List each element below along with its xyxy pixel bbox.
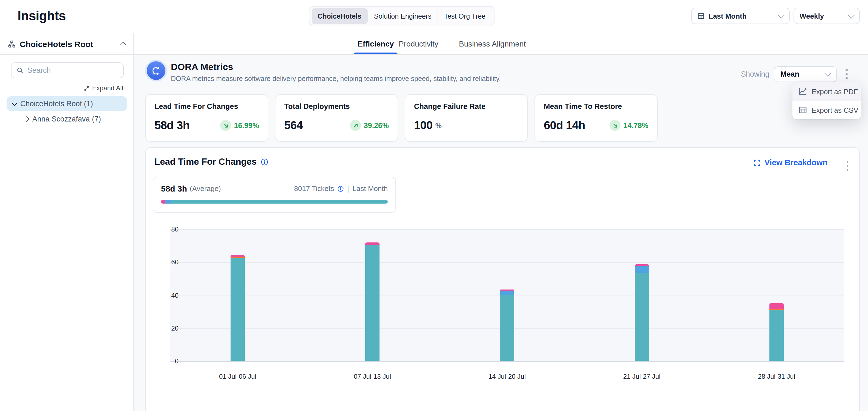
expand-all-label: Expand All xyxy=(92,84,123,92)
dora-cycle-icon xyxy=(145,60,167,81)
bar-14-jul-20-jul[interactable] xyxy=(500,290,514,361)
org-tab-solution-engineers[interactable]: Solution Engineers xyxy=(368,8,438,24)
y-axis-tick: 20 xyxy=(157,324,179,332)
showing-label: Showing xyxy=(741,70,769,78)
x-axis-label: 28 Jul-31 Jul xyxy=(758,373,795,380)
org-switcher: ChoiceHotels Solution Engineers Test Org… xyxy=(309,6,494,26)
bar-segment-deployment xyxy=(230,258,245,361)
progress-segment-planning xyxy=(161,200,166,204)
date-range-dropdown[interactable]: Last Month xyxy=(691,8,790,24)
bar-21-jul-27-jul[interactable] xyxy=(635,264,649,361)
sidebar-header[interactable]: ChoiceHotels Root xyxy=(0,33,133,55)
metric-title: Change Failure Rate xyxy=(414,102,519,110)
chart-title: Lead Time For Changes xyxy=(154,157,257,167)
gridline xyxy=(170,229,844,230)
bar-segment-planning xyxy=(769,303,784,309)
export-menu: Export as PDF Export as CSV xyxy=(793,82,861,119)
gridline xyxy=(170,263,844,263)
sidebar-title: ChoiceHotels Root xyxy=(20,39,117,48)
trend-up-icon xyxy=(350,120,361,131)
y-axis-tick: 40 xyxy=(157,292,179,299)
page-title: Insights xyxy=(18,8,66,24)
info-icon[interactable] xyxy=(337,185,344,192)
chevron-down-icon xyxy=(778,11,784,18)
metric-value: 58d 3h xyxy=(154,119,189,132)
bar-28-jul-31-jul[interactable] xyxy=(769,303,784,361)
metric-card-change-failure-rate: Change Failure Rate 100 % xyxy=(405,94,528,142)
bar-segment-deployment xyxy=(500,295,514,361)
view-breakdown-button[interactable]: View Breakdown xyxy=(753,158,828,167)
top-bar: Insights ChoiceHotels Solution Engineers… xyxy=(0,0,868,33)
summary-period: Last Month xyxy=(352,184,388,193)
trend-value: 16.99% xyxy=(234,121,259,130)
search-icon xyxy=(17,67,24,74)
menu-item-export-pdf[interactable]: Export as PDF xyxy=(793,82,861,101)
progress-segment-review xyxy=(166,200,172,204)
search-input[interactable] xyxy=(27,66,118,74)
bar-segment-review xyxy=(635,266,649,273)
tab-business-alignment[interactable]: Business Alignment xyxy=(459,33,526,54)
chart-export-icon xyxy=(799,87,807,96)
expand-all-button[interactable]: Expand All xyxy=(84,84,123,92)
menu-item-label: Export as CSV xyxy=(812,106,859,114)
axis-line xyxy=(170,361,844,362)
calendar-icon xyxy=(697,12,705,20)
bar-01-jul-06-jul[interactable] xyxy=(230,255,245,361)
metric-value: 60d 14h xyxy=(544,119,585,132)
chart-summary-card: 58d 3h (Average) 8017 Tickets | Last Mon… xyxy=(153,177,396,213)
org-tab-test-org-tree[interactable]: Test Org Tree xyxy=(438,8,492,24)
tab-efficiency[interactable]: Efficiency xyxy=(358,33,394,54)
bar-segment-planning xyxy=(365,243,379,245)
aggregation-dropdown[interactable]: Mean xyxy=(774,66,837,82)
x-axis-label: 21 Jul-27 Jul xyxy=(623,373,660,380)
progress-segment-deployment xyxy=(171,200,388,204)
aggregation-value: Mean xyxy=(780,70,825,78)
metric-title: Total Deployments xyxy=(284,102,389,110)
granularity-value: Weekly xyxy=(800,12,824,20)
plot-area xyxy=(170,229,844,361)
date-range-value: Last Month xyxy=(709,12,747,20)
tree-item-label: ChoiceHotels Root (1) xyxy=(20,100,93,108)
chevron-down-icon xyxy=(824,69,831,76)
trend-value: 39.26% xyxy=(364,121,389,130)
bar-segment-planning xyxy=(635,264,649,266)
tree-item-anna-scozzafava[interactable]: Anna Scozzafava (7) xyxy=(7,112,127,127)
info-icon[interactable] xyxy=(261,158,268,166)
org-tab-choicehotels[interactable]: ChoiceHotels xyxy=(312,8,368,24)
search-box xyxy=(11,62,124,78)
chevron-down-icon xyxy=(12,100,17,106)
expand-arrows-icon xyxy=(84,85,90,91)
lead-time-chart-card: Lead Time For Changes View Breakdown xyxy=(145,147,860,411)
bar-07-jul-13-jul[interactable] xyxy=(365,243,379,361)
trend-down-icon xyxy=(610,120,620,131)
metric-title: Mean Time To Restore xyxy=(544,102,648,110)
tickets-count: 8017 Tickets xyxy=(294,184,334,193)
tree-item-label: Anna Scozzafava (7) xyxy=(32,115,101,123)
chevron-down-icon xyxy=(848,11,855,18)
metric-card-mean-time-to-restore: Mean Time To Restore 60d 14h 14.78% xyxy=(534,94,658,142)
bar-segment-review xyxy=(500,290,514,295)
separator: | xyxy=(347,184,349,193)
tree-item-choicehotels-root[interactable]: ChoiceHotels Root (1) xyxy=(7,96,127,111)
menu-item-export-csv[interactable]: Export as CSV xyxy=(793,101,861,119)
insights-page: Insights ChoiceHotels Solution Engineers… xyxy=(0,0,868,411)
y-axis-tick: 0 xyxy=(157,357,179,365)
trend-value: 14.78% xyxy=(623,121,648,130)
summary-value: 58d 3h xyxy=(161,184,187,193)
chevron-right-icon xyxy=(24,116,29,122)
bar-segment-deployment xyxy=(365,244,379,361)
menu-item-label: Export as PDF xyxy=(812,87,858,96)
trend-badge: 14.78% xyxy=(610,120,648,131)
collapse-icon[interactable] xyxy=(120,42,126,48)
phase-progress-bar xyxy=(161,200,388,204)
granularity-dropdown[interactable]: Weekly xyxy=(794,8,860,24)
y-axis-tick: 60 xyxy=(157,259,179,266)
metric-value: 100 xyxy=(414,119,433,132)
x-axis-label: 07 Jul-13 Jul xyxy=(354,373,391,380)
chart-menu-button[interactable] xyxy=(844,159,850,173)
table-icon xyxy=(799,106,807,114)
metric-cards-row: Lead Time For Changes 58d 3h 16.99% Tota… xyxy=(145,94,658,142)
section-menu-button[interactable] xyxy=(843,67,850,81)
tab-productivity[interactable]: Productivity xyxy=(399,33,438,54)
section-description: DORA metrics measure software delivery p… xyxy=(171,75,501,83)
